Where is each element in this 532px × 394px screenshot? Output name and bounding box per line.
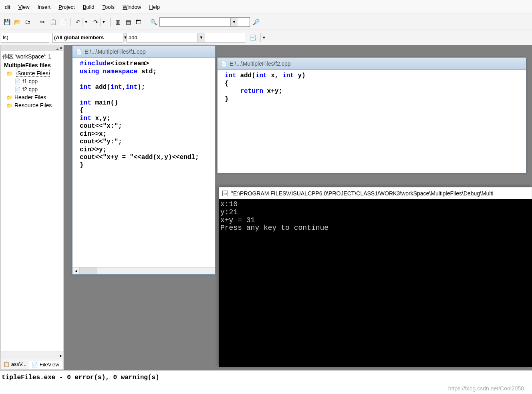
menu-tools[interactable]: Tools bbox=[99, 3, 118, 11]
project-tree[interactable]: 作区 'workSpace': 1 MultipleFiles files So… bbox=[1, 51, 63, 352]
panel-header: ▵ ✕ bbox=[1, 45, 63, 51]
resource-files-node[interactable]: Resource Files bbox=[2, 101, 62, 109]
close-icon[interactable]: ✕ bbox=[59, 46, 62, 50]
standard-toolbar: 💾 📂 🗂 ✂ 📋 📄 ↶ ▼ ↷ ▼ ▥ ▤ 🗔 🔍 ▼ 🔎 bbox=[0, 14, 532, 30]
folder-label: Resource Files bbox=[14, 102, 52, 109]
find-input[interactable] bbox=[160, 18, 230, 26]
console-titlebar[interactable]: ▭ "E:\PROGRAM FILES\VISUALCPP6.0\PROJECT… bbox=[219, 187, 532, 199]
tab-label: FileView bbox=[40, 362, 59, 368]
undo-button[interactable]: ↶ bbox=[74, 18, 83, 26]
file-label: f2.cpp bbox=[22, 86, 38, 92]
watermark-text: https://blog.csdn.net/Cool2050 bbox=[448, 385, 524, 392]
editor-window-f2: E:\...\MultipleFiles\f2.cpp int add(int … bbox=[217, 57, 526, 173]
tab-fileview[interactable]: 📄 FileView bbox=[29, 360, 62, 369]
member-combo[interactable]: ▼ bbox=[52, 33, 123, 42]
redo-button[interactable]: ↷ bbox=[91, 18, 100, 26]
pin-icon[interactable]: ▵ bbox=[56, 46, 58, 50]
menubar: dit View Insert Project Build Tools Wind… bbox=[0, 0, 532, 14]
separator bbox=[71, 18, 71, 26]
tree-scrollbar[interactable]: ▸ bbox=[1, 352, 63, 359]
tab-label: assV... bbox=[11, 361, 27, 367]
paste-button[interactable]: 📄 bbox=[59, 18, 68, 26]
scroll-thumb[interactable] bbox=[80, 267, 97, 274]
folder-icon bbox=[6, 70, 14, 76]
find-in-files-button[interactable]: 🔍 bbox=[149, 18, 158, 26]
hscrollbar[interactable]: ◂ bbox=[73, 267, 215, 274]
file-f1-node[interactable]: f1.cpp bbox=[2, 77, 62, 85]
source-files-label: Source Files bbox=[16, 70, 50, 77]
member-input[interactable] bbox=[52, 33, 123, 42]
menu-help[interactable]: Help bbox=[146, 3, 163, 11]
project-node[interactable]: MultipleFiles files bbox=[2, 61, 62, 69]
menu-project[interactable]: Project bbox=[55, 3, 78, 11]
find-button[interactable]: 🔎 bbox=[252, 18, 260, 26]
tab-classview[interactable]: 📋 assV... bbox=[1, 360, 29, 368]
editor-window-f1: E:\...\MultipleFiles\f1.cpp #include<ios… bbox=[72, 45, 216, 275]
console-window: ▭ "E:\PROGRAM FILES\VISUALCPP6.0\PROJECT… bbox=[219, 187, 532, 367]
console-icon: ▭ bbox=[222, 191, 228, 196]
folder-label: Header Files bbox=[14, 94, 46, 101]
file-icon bbox=[76, 48, 82, 55]
editor-title-f2[interactable]: E:\...\MultipleFiles\f2.cpp bbox=[218, 58, 526, 70]
code-editor-f2[interactable]: int add(int x, int y) { return x+y; } bbox=[218, 70, 526, 173]
folder-icon bbox=[6, 102, 14, 109]
class-combo[interactable]: ▼ bbox=[1, 33, 49, 42]
save-all-button[interactable]: 🗂 bbox=[23, 18, 32, 26]
menu-window[interactable]: Window bbox=[119, 3, 144, 11]
cut-button[interactable]: ✂ bbox=[38, 18, 47, 26]
workspace-tabs: 📋 assV... 📄 FileView bbox=[1, 359, 63, 369]
file-icon bbox=[221, 60, 227, 67]
console-output[interactable]: x:10 y:21 x+y = 31 Press any key to cont… bbox=[219, 199, 532, 367]
output-window-icon[interactable]: ▤ bbox=[124, 18, 133, 26]
save-button[interactable]: 💾 bbox=[2, 18, 11, 26]
window-list-icon[interactable]: 🗔 bbox=[134, 18, 143, 26]
folder-icon bbox=[6, 94, 14, 101]
editor-title-label: E:\...\MultipleFiles\f1.cpp bbox=[85, 48, 146, 55]
workspace-node[interactable]: 作区 'workSpace': 1 bbox=[2, 52, 62, 61]
dropdown-icon[interactable]: ▼ bbox=[230, 18, 238, 26]
source-files-node[interactable]: Source Files bbox=[2, 69, 62, 77]
undo-split[interactable]: ↶ ▼ bbox=[74, 18, 90, 26]
go-to-dropdown[interactable]: ▼ bbox=[260, 33, 268, 42]
menu-view[interactable]: View bbox=[15, 3, 33, 11]
menu-edit[interactable]: dit bbox=[2, 3, 14, 11]
editor-title-f1[interactable]: E:\...\MultipleFiles\f1.cpp bbox=[73, 46, 215, 58]
workspace-panel: ▵ ✕ 作区 'workSpace': 1 MultipleFiles file… bbox=[0, 45, 64, 370]
redo-split[interactable]: ↷ ▼ bbox=[91, 18, 107, 26]
open-button[interactable]: 📂 bbox=[13, 18, 22, 26]
workspace-window-icon[interactable]: ▥ bbox=[113, 18, 122, 26]
find-combo[interactable]: ▼ bbox=[159, 17, 250, 27]
dropdown-icon[interactable]: ▼ bbox=[197, 33, 205, 42]
code-editor-f1[interactable]: #include<iostream> using namespace std; … bbox=[73, 58, 215, 267]
copy-button[interactable]: 📋 bbox=[48, 18, 57, 26]
function-input[interactable] bbox=[127, 33, 197, 42]
scroll-left-icon[interactable]: ◂ bbox=[73, 267, 80, 274]
cpp-file-icon bbox=[14, 78, 22, 84]
separator bbox=[146, 18, 146, 26]
separator bbox=[35, 18, 35, 26]
header-files-node[interactable]: Header Files bbox=[2, 93, 62, 101]
menu-build[interactable]: Build bbox=[80, 3, 98, 11]
menu-insert[interactable]: Insert bbox=[34, 3, 54, 11]
redo-drop[interactable]: ▼ bbox=[100, 18, 107, 26]
undo-drop[interactable]: ▼ bbox=[83, 18, 90, 26]
separator bbox=[110, 18, 111, 26]
go-to-button[interactable]: 📑 bbox=[248, 33, 257, 42]
function-combo[interactable]: ▼ bbox=[127, 33, 245, 42]
wizard-toolbar: ▼ ▼ ▼ 📑 ▼ bbox=[0, 30, 532, 45]
console-title-text: "E:\PROGRAM FILES\VISUALCPP6.0\PROJECT\C… bbox=[231, 190, 494, 197]
cpp-file-icon bbox=[14, 86, 22, 92]
editor-title-label: E:\...\MultipleFiles\f2.cpp bbox=[230, 60, 291, 67]
file-label: f1.cpp bbox=[22, 78, 38, 84]
file-f2-node[interactable]: f2.cpp bbox=[2, 85, 62, 93]
